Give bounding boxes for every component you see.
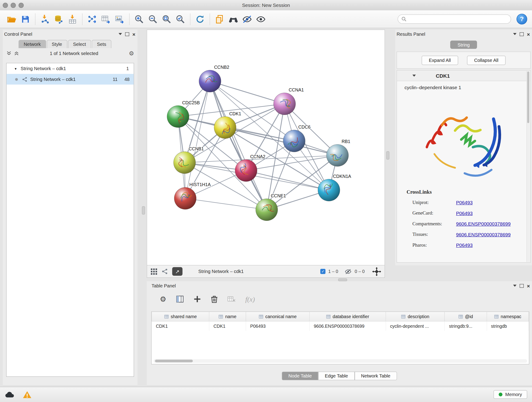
close-panel-icon[interactable]: × (527, 283, 530, 288)
tree-expand-icon[interactable]: ▼ (14, 67, 17, 70)
share-network-icon[interactable] (162, 268, 168, 275)
zoom-selected-button[interactable] (174, 12, 187, 26)
column-header[interactable]: canonical name (246, 312, 310, 321)
panel-menu-icon[interactable] (513, 285, 517, 287)
zoom-in-button[interactable] (133, 12, 146, 26)
splitter-handle[interactable] (338, 279, 347, 281)
memory-button[interactable]: Memory (494, 390, 527, 399)
network-node[interactable]: RB1 (326, 139, 350, 166)
grid-icon[interactable] (151, 268, 157, 275)
network-node[interactable]: CCNB1 (174, 146, 204, 174)
table-row[interactable]: CDK1CDK1P064939606.ENSP00000378699cyclin… (152, 321, 529, 331)
protein-section-header[interactable]: CDK1 (397, 70, 530, 81)
expand-all-button[interactable]: Expand All (422, 56, 458, 65)
export-table-button[interactable] (99, 12, 113, 26)
collapse-all-icon[interactable] (6, 51, 12, 56)
crosslink-value-link[interactable]: P06493 (456, 210, 473, 216)
selected-checkbox-icon[interactable]: ✓ (320, 269, 326, 274)
column-header[interactable]: @id (445, 312, 487, 321)
network-node[interactable]: CCNB2 (199, 65, 229, 92)
tab-sets[interactable]: Sets (92, 40, 112, 48)
network-edge[interactable] (210, 81, 267, 210)
delete-trash-icon[interactable] (210, 295, 218, 303)
binoculars-button[interactable] (227, 12, 240, 26)
close-panel-icon[interactable]: × (527, 32, 530, 37)
open-in-browser-button[interactable]: ↗ (172, 267, 183, 276)
scrollbar-thumb[interactable] (155, 360, 193, 362)
crosslink-value-link[interactable]: P06493 (456, 242, 473, 248)
node-table[interactable]: shared namenamecanonical namedatabase id… (152, 312, 529, 331)
cloud-icon[interactable] (5, 391, 14, 398)
results-scrollbar[interactable] (526, 71, 530, 262)
float-panel-icon[interactable] (125, 32, 129, 36)
search-input[interactable] (407, 16, 507, 22)
column-header[interactable]: database identifier (310, 312, 386, 321)
crosslink-value-link[interactable]: P06493 (456, 200, 473, 205)
table-h-scrollbar[interactable] (154, 359, 527, 363)
table-settings-gear-icon[interactable]: ⚙ (160, 295, 166, 303)
table-cell[interactable]: 9606.ENSP00000378699 (310, 321, 386, 331)
export-image-button[interactable] (113, 12, 127, 26)
hidden-eye-off-icon[interactable] (344, 268, 352, 274)
splitter-handle[interactable] (386, 151, 389, 160)
network-canvas[interactable]: CCNB2CCNA1CDC25BCDK1CDC6RB1CCNB1CCNA2CDK… (147, 30, 385, 265)
save-session-button[interactable] (19, 12, 32, 26)
network-edge[interactable] (185, 198, 267, 210)
new-network-from-selection-button[interactable] (85, 12, 99, 26)
collapse-all-button[interactable]: Collapse All (467, 56, 506, 65)
import-network-button[interactable] (38, 12, 52, 26)
crosslink-value-link[interactable]: 9606.ENSP00000378699 (456, 231, 511, 237)
float-panel-icon[interactable] (520, 284, 524, 288)
tab-string[interactable]: String (450, 41, 477, 49)
show-columns-icon[interactable] (176, 295, 184, 303)
table-cell[interactable]: stringdb (487, 321, 529, 331)
crosslink-value-link[interactable]: 9606.ENSP00000378699 (456, 221, 511, 226)
zoom-fit-button[interactable] (160, 12, 174, 26)
close-panel-icon[interactable]: × (133, 32, 135, 37)
tab-network[interactable]: Network (19, 40, 46, 48)
column-header[interactable]: name (209, 312, 246, 321)
network-collection-row[interactable]: ▼ String Network – cdk1 1 (7, 63, 134, 74)
panel-menu-icon[interactable] (119, 33, 122, 35)
hide-details-button[interactable] (240, 12, 254, 26)
gear-icon[interactable]: ⚙ (129, 50, 134, 57)
column-header[interactable]: description (386, 312, 445, 321)
import-network-database-button[interactable] (52, 12, 66, 26)
table-cell[interactable]: CDK1 (209, 321, 246, 331)
zoom-out-button[interactable] (146, 12, 160, 26)
copy-document-button[interactable] (213, 12, 227, 26)
apply-layout-button[interactable] (193, 12, 207, 26)
network-node[interactable]: CDC25B (167, 100, 200, 128)
help-button[interactable]: ? (517, 14, 527, 25)
expand-all-icon[interactable] (14, 51, 19, 56)
splitter-handle[interactable] (142, 206, 145, 215)
tab-network-table[interactable]: Network Table (355, 372, 397, 380)
column-header[interactable]: namespac (487, 312, 529, 321)
network-edge[interactable] (185, 81, 210, 198)
network-edge[interactable] (210, 81, 285, 104)
tab-edge-table[interactable]: Edge Table (318, 372, 355, 380)
network-node[interactable]: HIST1H1A (174, 182, 211, 210)
table-cell[interactable]: stringdb:9... (445, 321, 487, 331)
panel-menu-icon[interactable] (513, 33, 517, 35)
table-cell[interactable]: CDK1 (152, 321, 209, 331)
network-row[interactable]: String Network – cdk1 11 48 (7, 74, 134, 85)
warning-icon[interactable] (23, 390, 32, 399)
section-collapse-icon[interactable] (412, 75, 416, 77)
tab-style[interactable]: Style (46, 40, 67, 48)
table-cell[interactable]: cyclin-dependent ... (386, 321, 445, 331)
float-panel-icon[interactable] (520, 32, 524, 36)
add-column-plus-icon[interactable] (193, 295, 201, 303)
tab-node-table[interactable]: Node Table (282, 372, 318, 380)
open-session-button[interactable] (5, 12, 19, 26)
tab-select[interactable]: Select (68, 40, 91, 48)
show-details-button[interactable] (254, 12, 268, 26)
network-edge[interactable] (246, 171, 329, 190)
network-node[interactable]: CCNA1 (273, 87, 304, 115)
scrollbar-thumb[interactable] (527, 71, 529, 123)
crosshair-move-icon[interactable] (372, 267, 381, 276)
column-header[interactable]: shared name (152, 312, 209, 321)
import-table-button[interactable] (66, 12, 80, 26)
table-cell[interactable]: P06493 (246, 321, 310, 331)
toolbar-search-field[interactable] (398, 14, 511, 24)
